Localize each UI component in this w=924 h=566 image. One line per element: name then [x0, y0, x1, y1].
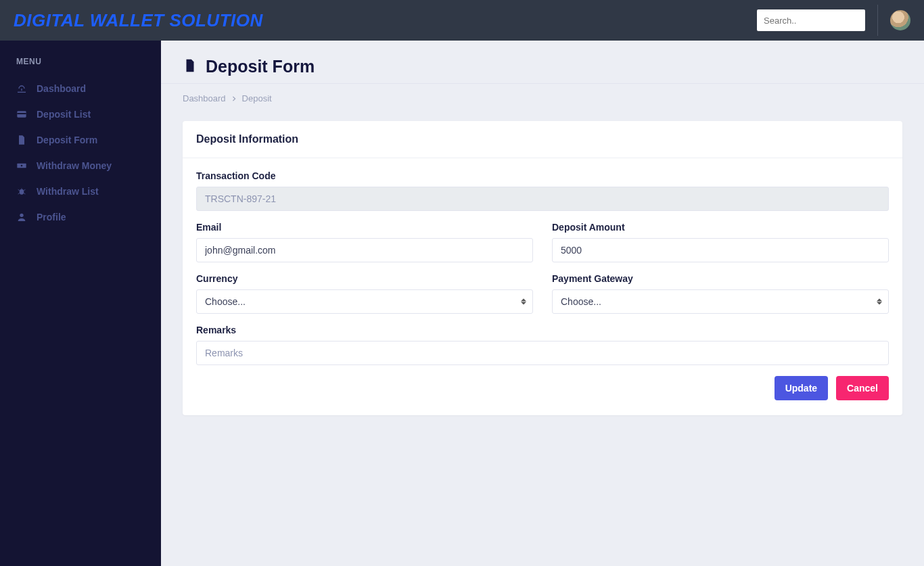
dashboard-icon	[16, 83, 27, 94]
breadcrumb: Dashboard Deposit	[161, 84, 924, 114]
payment-gateway-label: Payment Gateway	[552, 273, 889, 284]
sidebar-item-label: Profile	[37, 212, 66, 222]
sidebar-item-withdraw-money[interactable]: Withdraw Money	[0, 153, 161, 179]
card-body: Transaction Code Email Deposit Amount	[183, 158, 902, 415]
remarks-input[interactable]	[196, 341, 889, 365]
remarks-label: Remarks	[196, 325, 889, 335]
main-content: Deposit Form Dashboard Deposit Deposit I…	[161, 41, 924, 566]
app-header: DIGITAL WALLET SOLUTION	[0, 0, 924, 41]
bug-icon	[16, 186, 27, 197]
menu-label: MENU	[0, 57, 161, 76]
header-divider	[877, 5, 878, 36]
search-input[interactable]	[757, 9, 865, 31]
svg-point-3	[21, 165, 23, 167]
deposit-amount-label: Deposit Amount	[552, 222, 889, 233]
currency-label: Currency	[196, 273, 533, 284]
email-label: Email	[196, 222, 533, 233]
payment-gateway-select[interactable]: Choose...	[552, 289, 889, 314]
svg-point-5	[20, 214, 23, 217]
svg-point-4	[20, 189, 24, 195]
brand-title: DIGITAL WALLET SOLUTION	[14, 10, 263, 31]
breadcrumb-root[interactable]: Dashboard	[183, 93, 226, 103]
sidebar-item-label: Withdraw Money	[37, 160, 112, 171]
currency-select-value: Choose...	[196, 289, 533, 314]
email-input[interactable]	[196, 238, 533, 262]
file-icon	[183, 58, 198, 76]
update-button[interactable]: Update	[775, 376, 828, 400]
avatar[interactable]	[890, 10, 910, 30]
sidebar-item-label: Deposit Form	[37, 135, 97, 145]
file-icon	[16, 135, 27, 145]
sidebar-item-label: Dashboard	[37, 83, 86, 94]
transaction-code-input	[196, 187, 889, 211]
page-header: Deposit Form	[161, 41, 924, 84]
payment-gateway-select-value: Choose...	[552, 289, 889, 314]
svg-rect-1	[17, 113, 26, 114]
transaction-code-label: Transaction Code	[196, 170, 889, 181]
sidebar-item-deposit-list[interactable]: Deposit List	[0, 101, 161, 127]
user-icon	[16, 212, 27, 222]
sidebar-item-dashboard[interactable]: Dashboard	[0, 76, 161, 101]
chevron-right-icon	[231, 96, 237, 101]
page-title: Deposit Form	[206, 57, 315, 76]
deposit-amount-input[interactable]	[552, 238, 889, 262]
currency-select[interactable]: Choose...	[196, 289, 533, 314]
sidebar: MENU Dashboard Deposit List Deposit Form…	[0, 41, 161, 566]
sidebar-item-deposit-form[interactable]: Deposit Form	[0, 127, 161, 153]
header-right	[757, 5, 910, 36]
sidebar-item-profile[interactable]: Profile	[0, 204, 161, 230]
breadcrumb-current: Deposit	[242, 93, 272, 103]
cash-icon	[16, 160, 27, 171]
card-icon	[16, 109, 27, 120]
sidebar-item-label: Withdraw List	[37, 186, 99, 197]
cancel-button[interactable]: Cancel	[836, 376, 889, 400]
sidebar-item-withdraw-list[interactable]: Withdraw List	[0, 179, 161, 204]
sidebar-item-label: Deposit List	[37, 109, 91, 120]
form-actions: Update Cancel	[196, 376, 889, 400]
deposit-card: Deposit Information Transaction Code Ema…	[183, 121, 902, 415]
card-header: Deposit Information	[183, 121, 902, 158]
